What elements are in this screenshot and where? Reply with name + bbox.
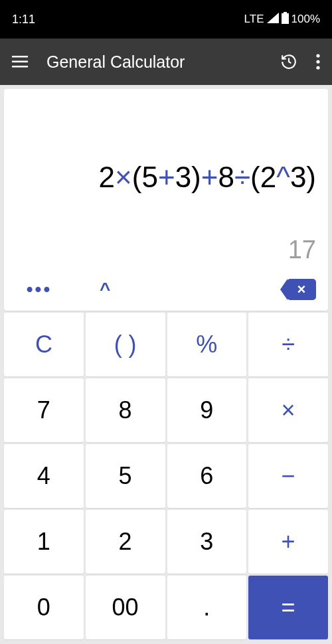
svg-rect-4 (12, 66, 28, 68)
status-right: LTE 100% (244, 12, 320, 27)
divide-button[interactable]: ÷ (248, 313, 328, 376)
status-time: 1:11 (12, 13, 35, 27)
backspace-icon: × (287, 279, 316, 300)
key-0[interactable]: 0 (4, 576, 84, 639)
key-8[interactable]: 8 (86, 378, 165, 442)
history-icon[interactable] (280, 53, 297, 70)
caret-button[interactable]: ^ (62, 279, 276, 300)
more-options-button[interactable]: ••• (16, 279, 62, 300)
svg-rect-2 (12, 56, 28, 58)
key-5[interactable]: 5 (86, 444, 165, 508)
signal-icon (267, 13, 279, 27)
equals-button[interactable]: = (248, 576, 328, 639)
battery-label: 100% (291, 13, 320, 26)
svg-rect-3 (12, 61, 28, 63)
network-label: LTE (244, 13, 264, 26)
key-1[interactable]: 1 (4, 510, 84, 574)
svg-rect-1 (284, 12, 287, 13)
more-vert-icon[interactable] (316, 54, 320, 70)
app-bar: General Calculator (0, 39, 332, 85)
clear-button[interactable]: C (4, 313, 84, 376)
expression[interactable]: 2×(5+3)+8÷(2^3) (16, 98, 316, 236)
status-bar: 1:11 LTE 100% (0, 0, 332, 39)
menu-icon[interactable] (12, 56, 28, 68)
key-00[interactable]: 00 (86, 576, 165, 639)
key-6[interactable]: 6 (167, 444, 247, 508)
key-3[interactable]: 3 (167, 510, 247, 574)
multiply-button[interactable]: × (248, 378, 328, 442)
key-7[interactable]: 7 (4, 378, 84, 442)
svg-point-5 (316, 54, 319, 57)
key-2[interactable]: 2 (86, 510, 165, 574)
display-actions: ••• ^ × (16, 275, 316, 304)
app-title: General Calculator (46, 52, 262, 72)
keypad: C ( ) % ÷ 7 8 9 × 4 5 6 − 1 2 3 + 0 00 .… (0, 313, 332, 643)
result: 17 (16, 236, 316, 264)
battery-icon (282, 12, 289, 27)
svg-point-6 (316, 60, 319, 63)
backspace-button[interactable]: × (276, 279, 316, 300)
display-panel: 2×(5+3)+8÷(2^3) 17 ••• ^ × (4, 89, 328, 311)
svg-point-7 (316, 66, 319, 69)
minus-button[interactable]: − (248, 444, 328, 508)
parentheses-button[interactable]: ( ) (86, 313, 165, 376)
percent-button[interactable]: % (167, 313, 247, 376)
decimal-button[interactable]: . (167, 576, 247, 639)
key-9[interactable]: 9 (167, 378, 247, 442)
key-4[interactable]: 4 (4, 444, 84, 508)
svg-rect-0 (282, 13, 289, 24)
plus-button[interactable]: + (248, 510, 328, 574)
